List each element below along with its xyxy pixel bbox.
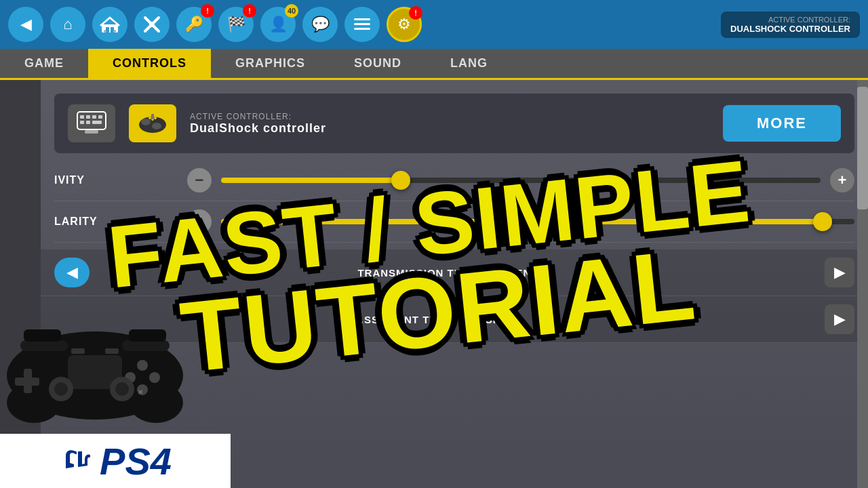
assistant-next-button[interactable]: ▶ xyxy=(825,304,854,334)
controller-value: DUALSHOCK CONTROLLER xyxy=(730,24,850,34)
scrollbar-thumb[interactable] xyxy=(857,87,868,209)
clarity-decrease-button[interactable]: − xyxy=(187,209,212,234)
svg-rect-9 xyxy=(354,23,370,25)
transmission-row: ◀ TRANSMISSION TYPE: SEQUENTIAL ▶ xyxy=(41,249,868,296)
svg-point-40 xyxy=(54,382,68,396)
tab-controls[interactable]: CONTROLS xyxy=(88,49,211,78)
tab-lang[interactable]: LANG xyxy=(426,49,512,78)
sensitivity-increase-button[interactable]: + xyxy=(830,168,854,192)
svg-rect-17 xyxy=(86,121,90,124)
ps4-logo-text: PS4 xyxy=(100,439,172,483)
svg-point-25 xyxy=(154,117,157,119)
tab-bar: GAME CONTROLS GRAPHICS SOUND LANG xyxy=(0,49,868,80)
svg-rect-16 xyxy=(80,121,84,124)
tools-button[interactable] xyxy=(134,7,170,42)
sensitivity-decrease-button[interactable]: − xyxy=(187,168,212,192)
svg-rect-15 xyxy=(98,115,102,119)
svg-rect-48 xyxy=(129,329,166,342)
flag-button[interactable]: ! 🏁 xyxy=(218,7,254,42)
garage-button[interactable] xyxy=(92,7,127,42)
controller-name: DualShock controller xyxy=(190,121,709,136)
active-controller-info: ACTIVE CONTROLLER: DUALSHOCK CONTROLLER xyxy=(721,12,860,38)
gear-button[interactable]: ! ⚙ xyxy=(387,7,422,42)
svg-rect-13 xyxy=(86,115,90,119)
svg-rect-27 xyxy=(151,114,154,119)
sensitivity-label: IVITY xyxy=(54,174,176,186)
scrollbar[interactable] xyxy=(857,80,868,488)
controller-name-area: ACTIVE CONTROLLER: DualShock controller xyxy=(190,112,709,136)
svg-point-23 xyxy=(149,117,151,119)
transmission-label: TRANSMISSION TYPE: SEQUENTIAL xyxy=(90,267,825,279)
svg-rect-14 xyxy=(92,115,96,119)
app-container: ◀ ⌂ ! 🔑 ! 🏁 xyxy=(0,0,868,488)
controller-label: ACTIVE CONTROLLER: xyxy=(730,16,850,24)
clarity-label: LARITY xyxy=(54,216,176,228)
svg-rect-43 xyxy=(71,348,85,354)
svg-point-22 xyxy=(152,123,161,129)
svg-point-3 xyxy=(104,30,106,33)
svg-text:✕: ✕ xyxy=(138,388,143,396)
tab-graphics[interactable]: GRAPHICS xyxy=(211,49,330,78)
svg-point-34 xyxy=(137,360,148,371)
list-button[interactable] xyxy=(344,7,380,42)
chat-button[interactable]: 💬 xyxy=(302,7,338,42)
clarity-slider-container: − xyxy=(187,209,854,234)
svg-point-21 xyxy=(141,119,151,125)
svg-rect-19 xyxy=(85,130,98,134)
controller-icon-btn[interactable] xyxy=(129,104,176,142)
sliders-area: IVITY − + LARITY − xyxy=(54,160,854,243)
transmission-prev-button[interactable]: ◀ xyxy=(54,258,90,287)
svg-rect-8 xyxy=(354,18,370,20)
controller-svg: ✕ xyxy=(0,308,203,430)
sensitivity-slider-container: − + xyxy=(187,168,854,192)
keyboard-icon-btn[interactable] xyxy=(68,104,115,142)
top-nav: ◀ ⌂ ! 🔑 ! 🏁 xyxy=(0,0,868,49)
sensitivity-track[interactable] xyxy=(221,178,821,183)
svg-point-7 xyxy=(149,22,155,27)
svg-rect-33 xyxy=(15,378,39,386)
person-button[interactable]: 40 👤 xyxy=(260,7,296,42)
clarity-row: LARITY − xyxy=(54,201,854,243)
tab-sound[interactable]: SOUND xyxy=(330,49,426,78)
svg-point-42 xyxy=(115,382,129,396)
svg-rect-10 xyxy=(354,28,370,30)
ps4-area: ✕ xyxy=(0,339,231,488)
clarity-track[interactable] xyxy=(221,219,854,224)
svg-rect-46 xyxy=(122,340,170,351)
playstation-symbol xyxy=(59,444,93,478)
svg-point-4 xyxy=(113,30,116,33)
transmission-next-button[interactable]: ▶ xyxy=(825,258,854,287)
tab-game[interactable]: GAME xyxy=(0,49,88,78)
main-content: ACTIVE CONTROLLER: DualShock controller … xyxy=(0,80,868,488)
svg-point-30 xyxy=(129,382,183,423)
controller-silhouette: ✕ xyxy=(0,308,203,432)
keys-button[interactable]: ! 🔑 xyxy=(176,7,212,42)
ps4-logo-area: PS4 xyxy=(0,434,231,488)
back-button[interactable]: ◀ xyxy=(8,7,43,42)
svg-rect-45 xyxy=(20,340,68,351)
controller-select-area: ACTIVE CONTROLLER: DualShock controller … xyxy=(54,94,854,153)
controller-entry-label: ACTIVE CONTROLLER: xyxy=(190,112,709,121)
sensitivity-row: IVITY − + xyxy=(54,160,854,201)
svg-rect-12 xyxy=(80,115,84,119)
svg-point-35 xyxy=(149,372,160,383)
home-button[interactable]: ⌂ xyxy=(50,7,85,42)
more-button[interactable]: MORE xyxy=(723,105,841,142)
svg-rect-47 xyxy=(24,329,61,342)
svg-rect-44 xyxy=(105,348,119,354)
svg-rect-18 xyxy=(92,121,102,124)
